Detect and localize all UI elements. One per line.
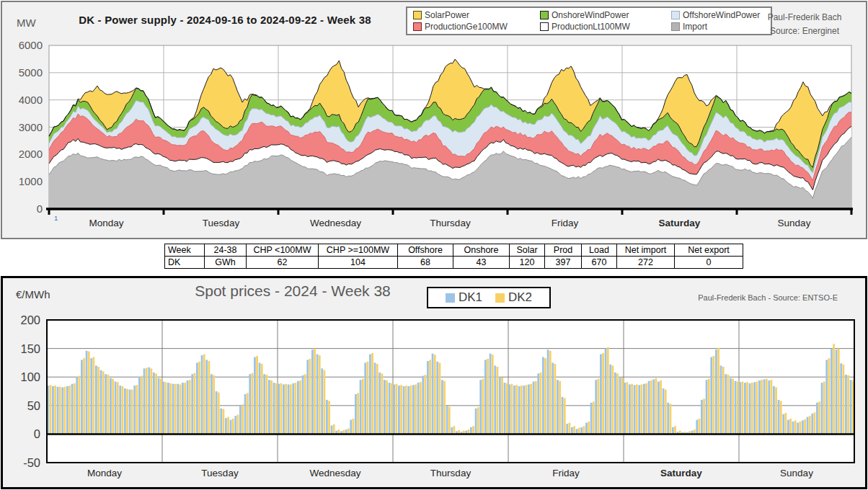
bar-dk1 — [663, 388, 665, 434]
bar-dk2 — [588, 422, 590, 434]
day-label: Friday — [552, 218, 579, 228]
bar-dk2 — [136, 385, 138, 434]
bar-dk1 — [537, 373, 539, 434]
bar-dk2 — [252, 373, 254, 435]
bar-dk2 — [559, 381, 561, 435]
bar-dk1 — [326, 400, 328, 435]
bar-dk1 — [566, 424, 568, 434]
bar-dk1 — [331, 426, 333, 435]
bar-dk2 — [838, 349, 840, 435]
bar-dk2 — [751, 383, 753, 434]
data-cell: 104 — [319, 257, 398, 269]
header-cell: Solar — [510, 244, 545, 257]
bar-dk2 — [169, 383, 172, 435]
bar-dk1 — [273, 383, 275, 434]
bar-dk1 — [475, 409, 477, 435]
bar-dk1 — [825, 360, 828, 434]
bar-dk2 — [155, 373, 157, 434]
bar-dk2 — [295, 383, 297, 434]
bar-dk1 — [350, 420, 352, 435]
bar-dk2 — [766, 379, 768, 435]
bar-dk1 — [638, 385, 640, 434]
bar-dk2 — [97, 367, 99, 435]
bar-dk1 — [95, 365, 97, 434]
bar-dk2 — [304, 374, 306, 434]
bar-dk1 — [57, 387, 59, 435]
bar-dk2 — [50, 385, 52, 434]
bar-dk2 — [593, 401, 595, 434]
bar-dk1 — [701, 400, 703, 435]
bar-dk1 — [494, 365, 496, 434]
bar-dk1 — [590, 403, 593, 435]
bar-dk1 — [600, 355, 602, 435]
bar-dk1 — [302, 375, 304, 435]
bar-dk1 — [105, 374, 107, 434]
bar-dk1 — [807, 417, 809, 435]
bar-dk2 — [713, 356, 715, 435]
bar-dk2 — [299, 380, 301, 434]
bar-dk1 — [580, 427, 583, 435]
bar-dk1 — [288, 385, 290, 435]
bar-dk2 — [64, 387, 66, 435]
bar-dk2 — [761, 380, 763, 434]
bar-dk1 — [552, 362, 554, 434]
bar-dk2 — [645, 383, 647, 435]
bar-dk2 — [515, 385, 518, 434]
bar-dk1 — [836, 349, 838, 434]
bar-dk1 — [614, 373, 616, 435]
bar-dk1 — [797, 423, 799, 435]
bar-dk1 — [710, 357, 712, 435]
day-label: Wednesday — [310, 218, 361, 228]
bar-dk1 — [216, 391, 218, 434]
y-tick-label: 200 — [20, 313, 40, 326]
bar-dk1 — [398, 386, 400, 434]
bar-dk2 — [674, 426, 676, 434]
bar-dk2 — [290, 385, 292, 435]
bar-dk1 — [263, 374, 265, 434]
bar-dk2 — [429, 360, 431, 434]
bar-dk2 — [415, 385, 417, 435]
bar-dk2 — [564, 398, 566, 435]
bar-dk2 — [174, 384, 177, 435]
bar-dk2 — [227, 417, 229, 435]
bar-dk1 — [259, 362, 261, 434]
day-label: Thursday — [430, 218, 471, 228]
bar-dk2 — [843, 365, 845, 435]
data-cell: 670 — [582, 257, 617, 269]
bar-dk2 — [79, 376, 81, 435]
bar-dk2 — [184, 383, 186, 434]
data-cell: 272 — [617, 257, 675, 269]
bar-dk1 — [201, 355, 203, 434]
bar-dk2 — [665, 390, 667, 435]
day-label: Monday — [87, 468, 122, 478]
bar-dk2 — [410, 386, 412, 434]
bar-dk2 — [88, 352, 90, 435]
bar-dk1 — [499, 377, 501, 434]
bar-dk2 — [83, 358, 85, 434]
bar-dk2 — [742, 382, 744, 435]
bar-dk2 — [367, 362, 369, 435]
bar-dk2 — [107, 375, 110, 434]
bar-dk1 — [360, 380, 362, 434]
bar-dk2 — [439, 362, 441, 434]
bar-dk1 — [230, 420, 232, 435]
first-tick-marker: 1 — [54, 214, 58, 222]
bar-dk1 — [158, 378, 160, 435]
data-cell: 397 — [545, 257, 582, 269]
bar-dk2 — [472, 426, 474, 434]
bar-dk1 — [753, 382, 756, 434]
bar-dk2 — [324, 370, 326, 435]
bar-dk1 — [167, 383, 169, 434]
bar-dk1 — [311, 349, 314, 434]
table-data-row: DK GWh 62 104 68 43 120 397 670 272 0 — [165, 257, 743, 269]
bar-dk2 — [641, 385, 643, 435]
bar-dk1 — [378, 373, 381, 435]
bar-dk1 — [254, 357, 256, 435]
bar-dk1 — [384, 380, 386, 434]
bar-dk2 — [626, 382, 629, 434]
bar-dk1 — [369, 355, 371, 435]
bar-dk2 — [544, 358, 546, 434]
bar-dk2 — [722, 367, 725, 435]
bar-dk1 — [225, 418, 227, 434]
bar-dk2 — [285, 384, 287, 435]
